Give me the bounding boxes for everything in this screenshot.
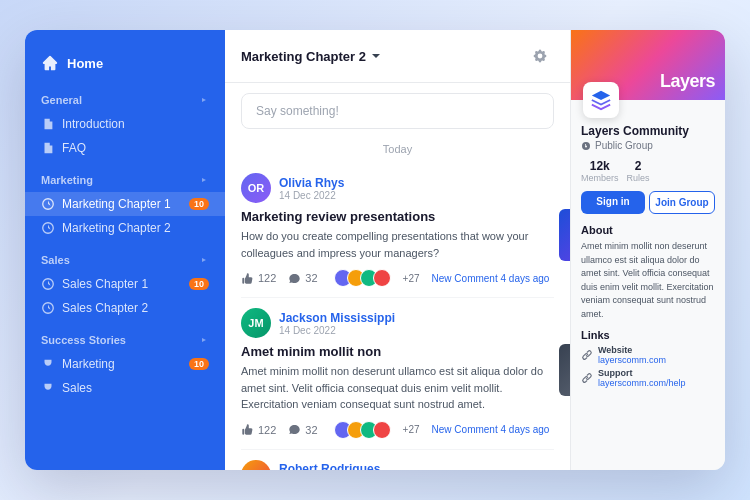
right-panel: Layers Layers Community Public Group 12k…	[570, 30, 725, 470]
post-2-likes-count: 122	[258, 424, 276, 436]
community-name: Layers Community	[581, 124, 715, 138]
post-1-likes-count: 122	[258, 272, 276, 284]
link-website-label: Website	[598, 345, 666, 355]
sidebar-item-label-m2: Marketing Chapter 2	[62, 221, 171, 235]
sidebar-section-header-general[interactable]: General	[25, 88, 225, 112]
post-2-text: Amet minim mollit non Amet minim mollit …	[241, 344, 549, 439]
sidebar-section-header-sales[interactable]: Sales	[25, 248, 225, 272]
stat-members-value: 12k	[581, 159, 619, 173]
sidebar-item-sales-ch1[interactable]: Sales Chapter 1 10	[25, 272, 225, 296]
link-icon-website	[581, 349, 593, 361]
post-1-new-comment[interactable]: New Comment 4 days ago	[432, 273, 550, 284]
sidebar-item-label: Introduction	[62, 117, 125, 131]
stat-members: 12k Members	[581, 159, 619, 183]
post-2-date: 14 Dec 2022	[279, 325, 395, 336]
post-1-author[interactable]: Olivia Rhys	[279, 176, 344, 190]
mini-avatar-2d	[373, 421, 391, 439]
link-support-url[interactable]: layerscomm.com/help	[598, 378, 686, 388]
post-1-comment[interactable]: 32	[288, 272, 317, 285]
say-something-input[interactable]: Say something!	[241, 93, 554, 129]
sidebar-item-success-marketing[interactable]: Marketing 10	[25, 352, 225, 376]
comment-icon-2	[288, 423, 301, 436]
join-group-button[interactable]: Join Group	[649, 191, 715, 214]
sidebar-home[interactable]: Home	[25, 46, 225, 88]
sidebar-section-header-marketing[interactable]: Marketing	[25, 168, 225, 192]
post-1-comments-count: 32	[305, 272, 317, 284]
stat-rules-value: 2	[627, 159, 650, 173]
post-3-author[interactable]: Robert Rodrigues	[279, 462, 380, 470]
link-support[interactable]: Support layerscomm.com/help	[581, 368, 715, 388]
sidebar-item-label-s2: Sales Chapter 2	[62, 301, 148, 315]
globe-icon	[581, 141, 591, 151]
gear-icon	[532, 48, 548, 64]
post-2-author[interactable]: Jackson Mississippi	[279, 311, 395, 325]
post-2-body-area: Amet minim mollit non Amet minim mollit …	[241, 344, 554, 439]
chapter-selector-label: Marketing Chapter 2	[241, 49, 366, 64]
avatar-1: OR	[241, 173, 271, 203]
trophy-icon-ss	[41, 381, 55, 395]
layers-wordmark: Layers	[660, 71, 715, 92]
post-3-header: RR Robert Rodrigues 14 Dec 2022	[241, 460, 554, 471]
sidebar-section-header-success[interactable]: Success Stories	[25, 328, 225, 352]
post-2-media[interactable]	[559, 344, 570, 396]
section-marketing-label: Marketing	[41, 174, 93, 186]
settings-button[interactable]	[526, 42, 554, 70]
sidebar-item-introduction[interactable]: Introduction	[25, 112, 225, 136]
sidebar-section-marketing: Marketing Marketing Chapter 1 10 Marketi…	[25, 168, 225, 248]
sidebar-item-faq[interactable]: FAQ	[25, 136, 225, 160]
chapter-selector[interactable]: Marketing Chapter 2	[241, 49, 382, 64]
section-success-label: Success Stories	[41, 334, 126, 346]
sidebar: Home General Introduction FAQ	[25, 30, 225, 470]
stat-rules-label: Rules	[627, 173, 650, 183]
doc-icon	[41, 117, 55, 131]
like-icon-2	[241, 423, 254, 436]
post-2-title: Amet minim mollit non	[241, 344, 549, 359]
sidebar-item-label-sm: Marketing	[62, 357, 115, 371]
post-2-reactions	[334, 421, 391, 439]
posts-list: OR Olivia Rhys 14 Dec 2022 Marketing rev…	[225, 163, 570, 470]
chevron-sales-icon	[199, 255, 209, 265]
right-panel-buttons: Sign in Join Group	[581, 191, 715, 214]
sign-in-button[interactable]: Sign in	[581, 191, 645, 214]
sidebar-item-marketing-ch1[interactable]: Marketing Chapter 1 10	[25, 192, 225, 216]
community-type-label: Public Group	[595, 140, 653, 151]
trophy-icon-sm	[41, 357, 55, 371]
post-2: JM Jackson Mississippi 14 Dec 2022 Amet …	[241, 298, 554, 450]
section-sales-label: Sales	[41, 254, 70, 266]
sidebar-item-success-sales[interactable]: Sales	[25, 376, 225, 400]
post-1-media[interactable]: ▶	[559, 209, 570, 261]
post-1-title: Marketing review presentations	[241, 209, 549, 224]
post-2-comment[interactable]: 32	[288, 423, 317, 436]
link-website[interactable]: Website layerscomm.com	[581, 345, 715, 365]
chart-icon-m1	[41, 197, 55, 211]
link-support-label: Support	[598, 368, 686, 378]
post-1-header: OR Olivia Rhys 14 Dec 2022	[241, 173, 554, 203]
app-window: Home General Introduction FAQ	[25, 30, 725, 470]
chevron-marketing-icon	[199, 175, 209, 185]
post-1-date: 14 Dec 2022	[279, 190, 344, 201]
post-2-like[interactable]: 122	[241, 423, 276, 436]
post-1-body: How do you create compelling presentatio…	[241, 228, 549, 261]
link-website-url[interactable]: layerscomm.com	[598, 355, 666, 365]
like-icon	[241, 272, 254, 285]
sidebar-item-label-m1: Marketing Chapter 1	[62, 197, 171, 211]
sidebar-item-label-s1: Sales Chapter 1	[62, 277, 148, 291]
post-1-body-area: Marketing review presentations How do yo…	[241, 209, 554, 287]
post-1-actions: 122 32 +27	[241, 269, 549, 287]
sidebar-item-label-faq: FAQ	[62, 141, 86, 155]
post-2-new-comment[interactable]: New Comment 4 days ago	[432, 424, 550, 435]
post-2-header: JM Jackson Mississippi 14 Dec 2022	[241, 308, 554, 338]
sidebar-item-marketing-ch2[interactable]: Marketing Chapter 2	[25, 216, 225, 240]
post-2-body: Amet minim mollit non deserunt ullamco e…	[241, 363, 549, 413]
right-panel-banner: Layers	[571, 30, 725, 100]
sidebar-section-sales: Sales Sales Chapter 1 10 Sales Chapter 2	[25, 248, 225, 328]
post-1-like[interactable]: 122	[241, 272, 276, 285]
mini-avatar-4	[373, 269, 391, 287]
avatar-3: RR	[241, 460, 271, 471]
sidebar-item-sales-ch2[interactable]: Sales Chapter 2	[25, 296, 225, 320]
sidebar-home-label: Home	[67, 56, 103, 71]
post-2-actions: 122 32 +27	[241, 421, 549, 439]
post-1-reactions	[334, 269, 391, 287]
sidebar-section-general: General Introduction FAQ	[25, 88, 225, 168]
stat-rules: 2 Rules	[627, 159, 650, 183]
